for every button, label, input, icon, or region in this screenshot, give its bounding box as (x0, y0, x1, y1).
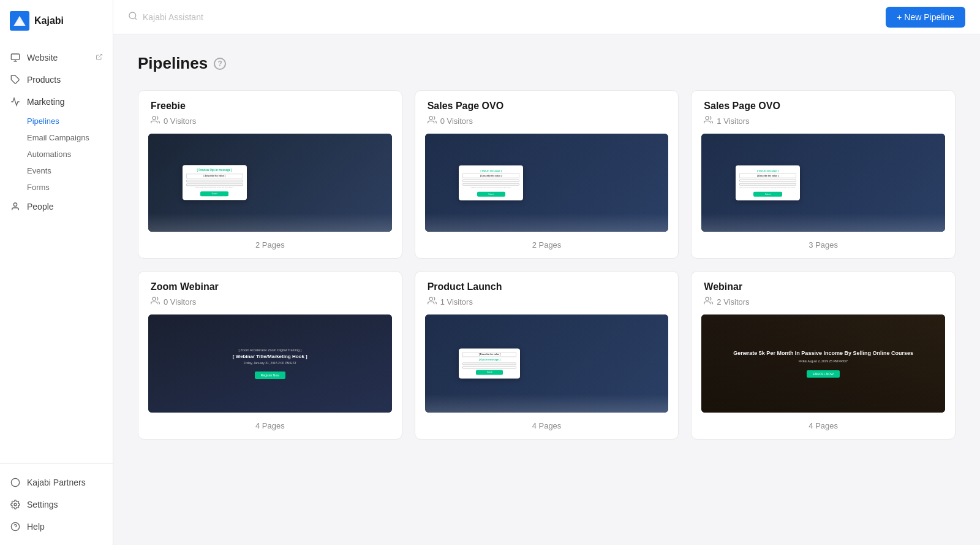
page-title: Pipelines (138, 54, 208, 73)
mockup-optin-label-3: [ Opt-In message ] (739, 169, 796, 172)
sidebar-item-email-campaigns[interactable]: Email Campaigns (27, 129, 113, 146)
sidebar-label-products: Products (27, 75, 61, 85)
card-header-webinar: Webinar 2 Visitors (692, 272, 955, 314)
mockup-sub-text-2: Capture subscriber info here to set the … (462, 187, 519, 189)
course-enroll-btn: ENROLL NOW (807, 370, 839, 378)
svg-point-18 (153, 297, 156, 300)
kajabi-logo-icon (10, 11, 29, 31)
pages-count-webinar: 4 Pages (809, 421, 838, 430)
sidebar-item-events[interactable]: Events (27, 162, 113, 179)
launch-cta-btn: Submit (476, 370, 503, 375)
question-icon (10, 521, 21, 532)
launch-mockup-optin: [ Opt-In message ] (462, 358, 516, 361)
mockup-cta-btn-3: Submit (753, 191, 782, 196)
webinar-register-btn: Register Now (255, 372, 285, 379)
pipeline-grid: Freebie 0 Visitors [ Preview Opt-In mess… (138, 90, 956, 440)
mockup-cta-btn: Submit (200, 192, 229, 197)
svg-point-9 (11, 478, 19, 486)
webinar-date-text: Friday, January 31, 2015 2:00 PM EST (160, 361, 380, 365)
sidebar-label-help: Help (27, 522, 45, 532)
visitors-icon (151, 115, 160, 126)
new-pipeline-button[interactable]: + New Pipeline (886, 7, 965, 28)
sidebar-item-settings[interactable]: Settings (0, 494, 113, 516)
pages-count-product-launch: 4 Pages (532, 421, 562, 430)
svg-point-16 (429, 116, 432, 120)
search-placeholder: Kajabi Assistant (143, 12, 203, 22)
card-header-zoom-webinar: Zoom Webinar 0 Visitors (138, 272, 402, 314)
mockup-sub-text-3: Start your opt in email here, write some… (739, 187, 796, 189)
pipeline-card-zoom-webinar[interactable]: Zoom Webinar 0 Visitors [ Zoom Accelerat… (138, 271, 402, 440)
mockup-sub-text: Start typing here to set the tone for th… (186, 187, 243, 189)
card-preview-zoom-webinar: [ Zoom Accelerator Zoom Digital Training… (148, 314, 392, 413)
mockup-value-label-2: [ Describe the value ] (462, 173, 519, 178)
monitor-icon (10, 52, 21, 63)
sidebar: Kajabi Website Products (0, 0, 113, 545)
sidebar-nav: Website Products Marketing Pipelines Ema… (0, 42, 113, 463)
visitors-icon-3 (704, 115, 713, 126)
sidebar-item-forms[interactable]: Forms (27, 179, 113, 196)
visitors-count-webinar: 2 Visitors (717, 297, 749, 307)
svg-line-14 (135, 18, 137, 20)
mockup-value-label-3: [ Describe the value ] (739, 173, 796, 178)
card-footer-freebie: 2 Pages (138, 232, 402, 258)
launch-mockup-value: [ Describe the value ] (462, 352, 516, 357)
card-footer-webinar: 4 Pages (692, 413, 955, 439)
card-title-product-launch: Product Launch (428, 281, 666, 292)
person-icon (10, 201, 21, 212)
sidebar-item-pipelines[interactable]: Pipelines (27, 113, 113, 129)
pages-count-sales-ovo-1: 2 Pages (532, 240, 562, 250)
sidebar-item-marketing[interactable]: Marketing (0, 91, 113, 113)
pipeline-card-product-launch[interactable]: Product Launch 1 Visitors [ Describe the… (415, 271, 679, 440)
card-visitors-sales-ovo-2: 1 Visitors (704, 115, 943, 126)
help-circle-icon[interactable]: ? (214, 58, 226, 70)
sidebar-label-marketing: Marketing (27, 97, 64, 107)
brand-name: Kajabi (34, 15, 64, 26)
card-preview-sales-ovo-1: [ Opt-In message ] [ Describe the value … (425, 134, 669, 232)
logo[interactable]: Kajabi (0, 0, 113, 42)
search-bar[interactable]: Kajabi Assistant (128, 11, 203, 23)
visitors-count-sales-ovo-1: 0 Visitors (440, 116, 473, 126)
visitors-icon-2 (428, 115, 437, 126)
sidebar-item-kajabi-partners[interactable]: Kajabi Partners (0, 471, 113, 494)
megaphone-icon (10, 96, 21, 107)
sidebar-item-automations[interactable]: Automations (27, 146, 113, 162)
svg-rect-3 (11, 54, 19, 59)
svg-line-6 (99, 54, 102, 58)
search-icon (128, 11, 138, 23)
mockup-value-label: [ Describe the value ] (186, 173, 243, 178)
page-title-row: Pipelines ? (138, 54, 956, 73)
pipeline-card-sales-ovo-1[interactable]: Sales Page OVO 0 Visitors [ Opt-In messa… (415, 90, 679, 259)
mockup-optin-label-2: [ Opt-In message ] (462, 169, 519, 172)
card-visitors-freebie: 0 Visitors (151, 115, 390, 126)
pipeline-card-sales-ovo-2[interactable]: Sales Page OVO 1 Visitors [ Opt-In messa… (691, 90, 956, 259)
content-area: Pipelines ? Freebie 0 Visitors (113, 34, 980, 545)
pipeline-card-webinar[interactable]: Webinar 2 Visitors Generate 5k Per Month… (691, 271, 956, 440)
card-header-freebie: Freebie 0 Visitors (138, 91, 402, 134)
pages-count-freebie: 2 Pages (255, 240, 285, 250)
topbar: Kajabi Assistant + New Pipeline (113, 0, 980, 34)
visitors-count-sales-ovo-2: 1 Visitors (717, 116, 749, 126)
card-title-zoom-webinar: Zoom Webinar (151, 281, 390, 292)
pages-count-zoom-webinar: 4 Pages (255, 421, 285, 430)
external-link-icon (96, 53, 103, 63)
sidebar-item-website[interactable]: Website (0, 47, 113, 69)
pipeline-card-freebie[interactable]: Freebie 0 Visitors [ Preview Opt-In mess… (138, 90, 402, 259)
visitors-count-freebie: 0 Visitors (164, 116, 196, 126)
course-sub-text: FREE August 2, 2019 25 PM FRIDY (733, 359, 913, 363)
tag-icon (10, 74, 21, 85)
sidebar-label-website: Website (27, 53, 58, 63)
webinar-content: [ Zoom Accelerator Zoom Digital Training… (160, 348, 380, 379)
card-visitors-sales-ovo-1: 0 Visitors (428, 115, 666, 126)
sidebar-item-help[interactable]: Help (0, 516, 113, 538)
svg-point-10 (14, 503, 17, 506)
sidebar-label-partners: Kajabi Partners (27, 478, 86, 487)
marketing-subnav: Pipelines Email Campaigns Automations Ev… (0, 113, 113, 196)
sidebar-label-people: People (27, 202, 54, 212)
sidebar-item-products[interactable]: Products (0, 69, 113, 91)
sidebar-item-people[interactable]: People (0, 196, 113, 218)
visitors-icon-6 (704, 296, 713, 307)
visitors-count-product-launch: 1 Visitors (440, 297, 473, 307)
webinar-hook-text: [ Zoom Accelerator Zoom Digital Training… (160, 348, 380, 352)
svg-point-13 (129, 12, 136, 19)
card-footer-zoom-webinar: 4 Pages (138, 413, 402, 439)
